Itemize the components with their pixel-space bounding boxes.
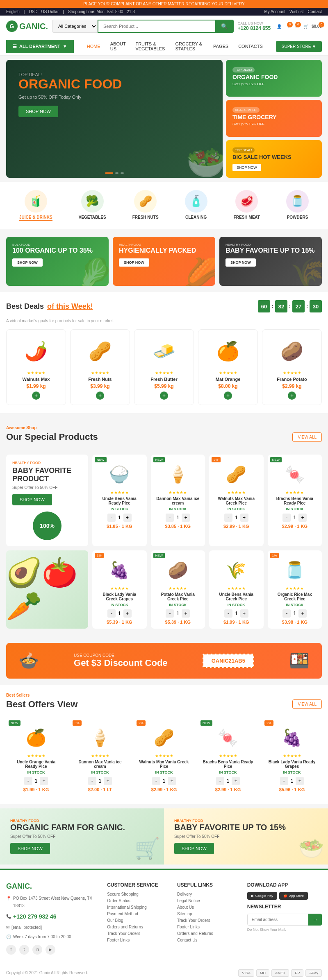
footer-cs-link-6[interactable]: Track Your Orders	[107, 931, 169, 936]
footer-cs-link-4[interactable]: Our Blog	[107, 918, 169, 923]
footer-cs-link-0[interactable]: Secure Shopping	[107, 892, 169, 896]
bb-btn-1[interactable]: SHOP NOW	[174, 843, 214, 854]
wishlist-link[interactable]: Wishlist	[289, 9, 303, 14]
newsletter-submit-btn[interactable]: →	[308, 914, 322, 926]
google-play-badge[interactable]: ▶ Google Play	[247, 892, 278, 900]
category-nuts[interactable]: 🥜 FRESH NUTS	[132, 190, 159, 221]
qty-plus-r2-3[interactable]: +	[298, 609, 307, 618]
footer-cs-link-1[interactable]: Order Status	[107, 899, 169, 903]
qty-plus-2[interactable]: +	[240, 514, 248, 522]
bs-plus-3[interactable]: +	[232, 777, 240, 785]
add-to-cart-0[interactable]: +	[32, 392, 40, 400]
facebook-icon[interactable]: f	[6, 945, 16, 955]
qty-plus-1[interactable]: +	[182, 514, 190, 522]
footer-cs-link-2[interactable]: International Shipping	[107, 905, 169, 910]
bs-plus-1[interactable]: +	[104, 777, 112, 785]
footer-ul-link-6[interactable]: Orders and Returns	[177, 931, 239, 936]
footer-ul-link-4[interactable]: Track Your Orders	[177, 918, 239, 923]
all-department-btn[interactable]: ☰ ALL DEPARTMENT ▼	[6, 40, 74, 53]
hero-card-grocery[interactable]: REAL SIMPLE! TIME GROCERY Get up to 15% …	[226, 100, 322, 137]
dot-1[interactable]	[115, 172, 118, 174]
category-juice[interactable]: 🧃 JUICE & DRINKS	[19, 190, 52, 221]
footer-cs-link-3[interactable]: Payment Method	[107, 912, 169, 916]
qty-plus-0[interactable]: +	[123, 514, 132, 522]
search-input[interactable]	[98, 20, 215, 33]
nav-pages[interactable]: PAGES	[208, 40, 233, 53]
twitter-icon[interactable]: t	[19, 945, 29, 955]
add-to-cart-4[interactable]: +	[288, 392, 296, 400]
bs-minus-4[interactable]: -	[280, 777, 288, 785]
promo-btn-0[interactable]: SHOP NOW	[12, 258, 43, 267]
add-to-cart-3[interactable]: +	[224, 392, 232, 400]
logo[interactable]: G GANIC.	[6, 20, 48, 32]
search-button[interactable]: 🔍	[215, 20, 234, 33]
qty-minus-r2-0[interactable]: -	[107, 609, 116, 618]
hero-shop-btn[interactable]: SHOP NOW	[18, 106, 58, 117]
category-meat[interactable]: 🥩 FRESH MEAT	[234, 190, 260, 221]
qty-minus-r2-3[interactable]: -	[282, 609, 291, 618]
footer-ul-link-1[interactable]: Legal Notice	[177, 899, 239, 903]
promo-btn-2[interactable]: SHOP NOW	[226, 258, 256, 267]
bs-minus-1[interactable]: -	[88, 777, 96, 785]
footer-ul-link-3[interactable]: Sitemap	[177, 912, 239, 916]
instagram-icon[interactable]: in	[32, 945, 42, 955]
coupon-code[interactable]: GANIC21AB5	[203, 654, 254, 668]
footer-ul-link-7[interactable]: Contact Us	[177, 938, 239, 942]
dot-2[interactable]	[121, 172, 124, 174]
category-dropdown[interactable]: All Categories	[52, 20, 98, 33]
hero-card-hot-weeks[interactable]: TOP DEAL! BIG SALE HOT WEEKS SHOP NOW	[226, 140, 322, 178]
nav-grocery[interactable]: GROCERY & STAPLES	[170, 37, 208, 55]
bs-plus-4[interactable]: +	[296, 777, 304, 785]
bb-btn-0[interactable]: SHOP NOW	[10, 843, 50, 854]
qty-plus-r2-2[interactable]: +	[240, 609, 248, 618]
qty-plus-r2-0[interactable]: +	[123, 609, 132, 618]
qty-minus-2[interactable]: -	[224, 514, 232, 522]
qty-minus-0[interactable]: -	[107, 514, 116, 522]
wishlist-icon-wrapper[interactable]: ♡ 0	[287, 24, 290, 29]
category-cleaning[interactable]: 🧴 CLEANING	[185, 190, 207, 221]
nav-contacts[interactable]: CONTACTS	[233, 40, 268, 53]
qty-minus-r2-1[interactable]: -	[166, 609, 174, 618]
footer-phone[interactable]: +120 279 932 46	[13, 912, 57, 922]
hero-card-btn-2[interactable]: SHOP NOW	[232, 164, 261, 171]
currency-select[interactable]: USD - US Dollar	[29, 9, 59, 14]
nav-about[interactable]: ABOUT US	[105, 37, 131, 55]
bs-minus-3[interactable]: -	[216, 777, 224, 785]
footer-email[interactable]: [email protected]	[11, 924, 42, 931]
qty-plus-3[interactable]: +	[298, 514, 307, 522]
youtube-icon[interactable]: ▶	[46, 945, 55, 955]
add-to-cart-1[interactable]: +	[96, 392, 104, 400]
compare-icon-wrapper[interactable]: ⇄ 0	[295, 24, 298, 29]
footer-ul-link-0[interactable]: Delivery	[177, 892, 239, 896]
hero-card-organic[interactable]: TOP DEAL! ORGANIC FOOD Get up to 15% OFF	[226, 60, 322, 97]
qty-minus-r2-2[interactable]: -	[224, 609, 232, 618]
category-powders[interactable]: 🫙 POWDERS	[286, 190, 309, 221]
qty-minus-1[interactable]: -	[166, 514, 174, 522]
category-vegetables[interactable]: 🥦 VEGETABLES	[79, 190, 106, 221]
super-store-btn[interactable]: SUPER STORE ▼	[276, 41, 322, 52]
contact-link[interactable]: Contact	[308, 9, 322, 14]
footer-cs-link-7[interactable]: Footer Links	[107, 938, 169, 942]
add-to-cart-2[interactable]: +	[160, 392, 168, 400]
app-store-badge[interactable]: 🍎 App Store	[279, 892, 308, 900]
bs-plus-0[interactable]: +	[40, 777, 48, 785]
footer-ul-link-2[interactable]: About Us	[177, 905, 239, 910]
best-sellers-view-all[interactable]: VIEW ALL	[292, 699, 322, 709]
nav-home[interactable]: HOME	[82, 40, 105, 53]
footer-ul-link-5[interactable]: Footer Links	[177, 925, 239, 929]
dot-active[interactable]	[105, 172, 113, 174]
newsletter-input[interactable]	[247, 914, 308, 926]
footer-cs-link-5[interactable]: Orders and Returns	[107, 925, 169, 929]
bs-minus-0[interactable]: -	[24, 777, 32, 785]
qty-plus-r2-1[interactable]: +	[182, 609, 190, 618]
user-icon-wrapper[interactable]: 👤	[277, 24, 282, 29]
promo-btn-1[interactable]: SHOP NOW	[119, 258, 149, 267]
account-link[interactable]: My Account	[264, 9, 285, 14]
phone-number[interactable]: +120 8124 655	[238, 25, 271, 31]
language-select[interactable]: English	[6, 9, 20, 14]
special-featured-btn[interactable]: SHOP NOW	[12, 494, 52, 505]
cart-icon-wrapper[interactable]: 🛒 0 $0.00	[303, 24, 322, 29]
special-view-all[interactable]: VIEW ALL	[292, 432, 322, 442]
nav-fruits[interactable]: FRUITS & VEGETABLES	[130, 37, 170, 55]
bs-plus-2[interactable]: +	[168, 777, 176, 785]
